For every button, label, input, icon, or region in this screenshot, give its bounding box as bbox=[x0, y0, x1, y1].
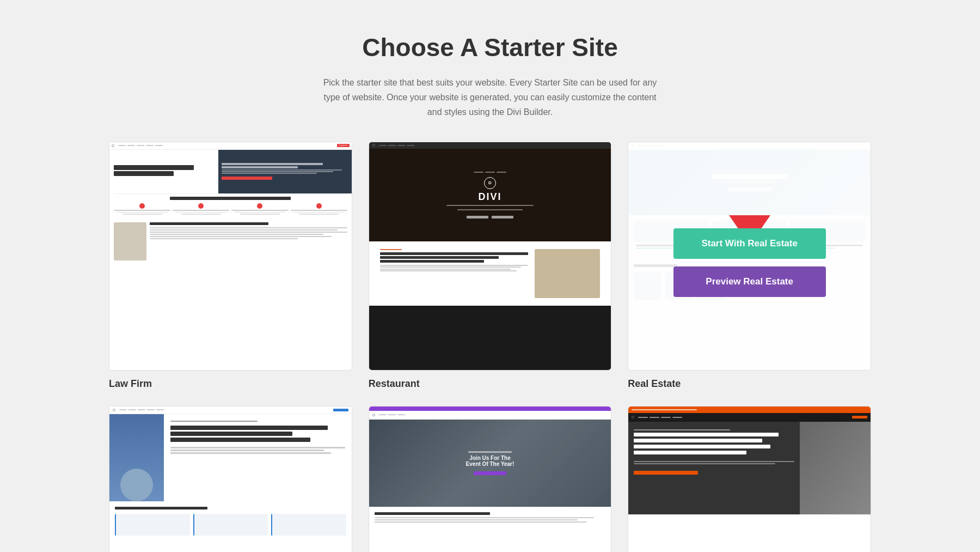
site-card-fashion: Start With Fashion Preview Fashion Fashi… bbox=[628, 406, 871, 552]
real-estate-label: Real Estate bbox=[628, 378, 871, 390]
restaurant-label: Restaurant bbox=[369, 378, 612, 390]
page-container: Choose A Starter Site Pick the starter s… bbox=[0, 0, 980, 552]
event-preview[interactable]: Join Us For TheEvent Of The Year! Start … bbox=[369, 406, 612, 552]
restaurant-preview[interactable]: D DIVI bbox=[369, 142, 612, 371]
preview-restaurant-button[interactable]: Preview Restaurant bbox=[414, 260, 566, 290]
site-card-restaurant: D DIVI bbox=[369, 142, 612, 390]
page-description: Pick the starter site that best suits yo… bbox=[316, 75, 664, 120]
start-fashion-button[interactable]: Start With Fashion bbox=[673, 486, 826, 517]
start-law-firm-button[interactable]: Start With Law Firm bbox=[154, 222, 307, 252]
fashion-preview[interactable]: Start With Fashion Preview Fashion bbox=[628, 406, 871, 552]
site-card-real-estate: Start With Real Estate Preview Real Esta… bbox=[628, 142, 871, 390]
starter-sites-grid: Contact Us bbox=[109, 142, 871, 552]
real-estate-overlay: Start With Real Estate Preview Real Esta… bbox=[628, 142, 871, 370]
preview-real-estate-button[interactable]: Preview Real Estate bbox=[673, 266, 826, 297]
preview-law-firm-button[interactable]: Preview Law Firm bbox=[154, 260, 307, 290]
preview-fashion-button[interactable]: Preview Fashion bbox=[673, 524, 826, 552]
start-real-estate-button[interactable]: Start With Real Estate bbox=[673, 228, 826, 259]
preview-event-button[interactable]: Preview Event bbox=[414, 524, 566, 552]
preview-consultant-button[interactable]: Preview Consultant bbox=[154, 524, 307, 552]
site-card-law-firm: Contact Us bbox=[109, 142, 352, 390]
start-event-button[interactable]: Start With Event bbox=[414, 486, 566, 517]
consultant-preview[interactable]: Start With Consultant Preview Consultant bbox=[109, 406, 352, 552]
page-title: Choose A Starter Site bbox=[109, 33, 871, 62]
header-section: Choose A Starter Site Pick the starter s… bbox=[109, 33, 871, 120]
start-consultant-button[interactable]: Start With Consultant bbox=[154, 486, 307, 517]
site-card-consultant: Start With Consultant Preview Consultant… bbox=[109, 406, 352, 552]
start-restaurant-button[interactable]: Start With Restaurant bbox=[414, 222, 566, 252]
site-card-event: Join Us For TheEvent Of The Year! Start … bbox=[369, 406, 612, 552]
real-estate-preview[interactable]: Start With Real Estate Preview Real Esta… bbox=[628, 142, 871, 371]
law-firm-preview[interactable]: Contact Us bbox=[109, 142, 352, 371]
law-firm-label: Law Firm bbox=[109, 378, 352, 390]
